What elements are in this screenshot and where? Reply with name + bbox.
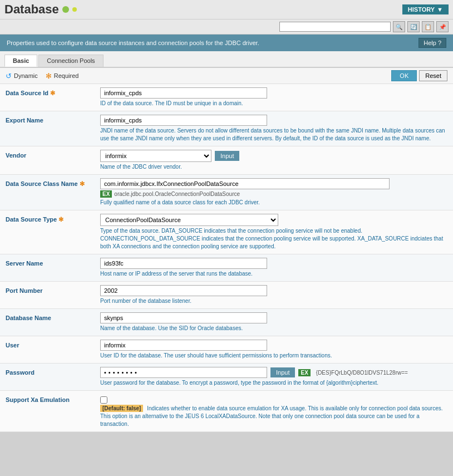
content-xa-emulation: [Default: false] Indicates whether to en… [100,394,447,428]
help-icon: ? [438,40,441,46]
pin-icon-btn[interactable]: 📌 [436,21,449,32]
field-row-user: User User ID for the database. The user … [0,336,453,364]
field-row-port-number: Port Number Port number of the database … [0,282,453,309]
label-server-name: Server Name [6,258,95,267]
field-row-database-name: Database Name Name of the database. Use … [0,309,453,336]
password-input-button[interactable]: Input [270,367,295,377]
class-name-hint: Fully qualified name of a data source cl… [100,199,447,207]
dynamic-icon: ↺ [6,72,12,80]
data-source-id-hint: ID of the data source. The ID must be un… [100,100,447,107]
info-bar: Properties used to configure data source… [0,35,453,51]
port-number-input[interactable] [100,285,267,296]
label-user: User [6,340,95,349]
legend-right: OK Reset [391,70,447,81]
label-xa-emulation: Support Xa Emulation [6,394,95,403]
chevron-down-icon: ▼ [437,6,443,13]
default-badge: [Default: false] [100,405,143,412]
label-data-source-id: Data Source Id ✻ [6,87,95,97]
password-ex-text: {DES}FQrLbQ/D8O1lDVS71L28rw== [316,370,408,376]
legend-row: ↺ Dynamic ✻ Required OK Reset [0,68,453,84]
class-name-top [100,178,447,189]
content-vendor: informix oracle db2 mysql Input Name of … [100,150,447,171]
password-ex-badge: EX [298,369,310,376]
data-source-id-input[interactable] [100,87,267,99]
content-password: Input EX {DES}FQrLbQ/D8O1lDVS71L28rw== U… [100,367,447,387]
content-server-name: Host name or IP address of the server th… [100,258,447,278]
field-row-data-source-id: Data Source Id ✻ ID of the data source. … [0,84,453,111]
form-container: Data Source Id ✻ ID of the data source. … [0,84,453,432]
title-dot-yellow [72,7,77,12]
field-row-server-name: Server Name Host name or IP address of t… [0,254,453,282]
field-row-vendor: Vendor informix oracle db2 mysql Input N… [0,146,453,175]
help-label: Help [424,40,436,46]
label-port-number: Port Number [6,285,95,294]
database-name-hint: Name of the database. Use the SID for Or… [100,325,447,332]
label-vendor: Vendor [6,150,95,159]
password-row: Input EX {DES}FQrLbQ/D8O1lDVS71L28rw== [100,367,447,378]
content-database-name: Name of the database. Use the SID for Or… [100,312,447,332]
port-number-hint: Port number of the database listener. [100,297,447,305]
content-class-name: EX oracle.jdbc.pool.OracleConnectionPool… [100,178,447,207]
class-name-ex-text: oracle.jdbc.pool.OracleConnectionPoolDat… [114,191,240,197]
header: Database HISTORY ▼ [0,0,453,19]
password-input[interactable] [100,367,267,378]
server-name-input[interactable] [100,258,267,269]
password-hint: User password for the database. To encry… [100,379,447,387]
export-name-hint: JNDI name of the data source. Servers do… [100,127,447,143]
xa-emulation-hint: [Default: false] Indicates whether to en… [100,405,447,428]
history-button[interactable]: HISTORY ▼ [402,4,449,14]
reset-button[interactable]: Reset [419,70,447,81]
tab-basic[interactable]: Basic [4,55,37,67]
required-label: Required [54,72,79,79]
field-row-xa-emulation: Support Xa Emulation [Default: false] In… [0,391,453,432]
required-icon: ✻ [46,72,52,80]
type-hint: Type of the data source. DATA_SOURCE ind… [100,227,447,251]
content-data-source-id: ID of the data source. The ID must be un… [100,87,447,107]
required-star: ✻ [58,216,63,223]
dynamic-legend: ↺ Dynamic [6,72,38,80]
class-name-ex: EX oracle.jdbc.pool.OracleConnectionPool… [100,190,447,198]
tabs-row: Basic Connection Pools [0,51,453,68]
history-label: HISTORY [408,6,435,13]
info-text: Properties used to configure data source… [7,40,259,46]
refresh-icon-btn[interactable]: 🔄 [407,21,420,32]
content-port-number: Port number of the database listener. [100,285,447,305]
content-export-name: JNDI name of the data source. Servers do… [100,115,447,143]
database-name-input[interactable] [100,312,267,323]
content-user: User ID for the database. The user shoul… [100,340,447,360]
copy-icon-btn[interactable]: 📋 [422,21,434,32]
vendor-input-button[interactable]: Input [215,151,239,161]
type-select[interactable]: ConnectionPoolDataSource DATA_SOURCE XA_… [100,214,278,226]
required-star: ✻ [50,90,55,96]
title-dot-green [62,6,69,13]
class-name-input[interactable] [100,178,390,189]
search-input[interactable] [279,22,391,32]
app-title: Database [4,2,77,17]
help-button[interactable]: Help ? [418,38,446,48]
field-row-type: Data Source Type ✻ ConnectionPoolDataSou… [0,210,453,254]
label-password: Password [6,367,95,376]
content-type: ConnectionPoolDataSource DATA_SOURCE XA_… [100,214,447,251]
user-hint: User ID for the database. The user shoul… [100,352,447,360]
toolbar: 🔍 🔄 📋 📌 [0,19,453,35]
field-row-export-name: Export Name JNDI name of the data source… [0,111,453,146]
checkbox-row [100,395,447,404]
field-row-class-name: Data Source Class Name ✻ EX oracle.jdbc.… [0,175,453,210]
server-name-hint: Host name or IP address of the server th… [100,270,447,278]
title-text: Database [4,2,59,17]
tab-connection-pools[interactable]: Connection Pools [38,55,103,67]
ok-button[interactable]: OK [391,70,417,81]
xa-emulation-checkbox[interactable] [100,396,107,404]
required-star: ✻ [80,180,85,187]
field-row-password: Password Input EX {DES}FQrLbQ/D8O1lDVS71… [0,364,453,391]
user-input[interactable] [100,340,267,351]
label-database-name: Database Name [6,312,95,321]
export-name-input[interactable] [100,115,267,126]
vendor-row: informix oracle db2 mysql Input [100,150,447,162]
ex-badge: EX [100,190,112,198]
search-icon-btn[interactable]: 🔍 [393,21,405,32]
label-export-name: Export Name [6,115,95,124]
required-legend: ✻ Required [46,72,79,80]
legend-left: ↺ Dynamic ✻ Required [6,72,78,80]
vendor-select[interactable]: informix oracle db2 mysql [100,150,211,162]
